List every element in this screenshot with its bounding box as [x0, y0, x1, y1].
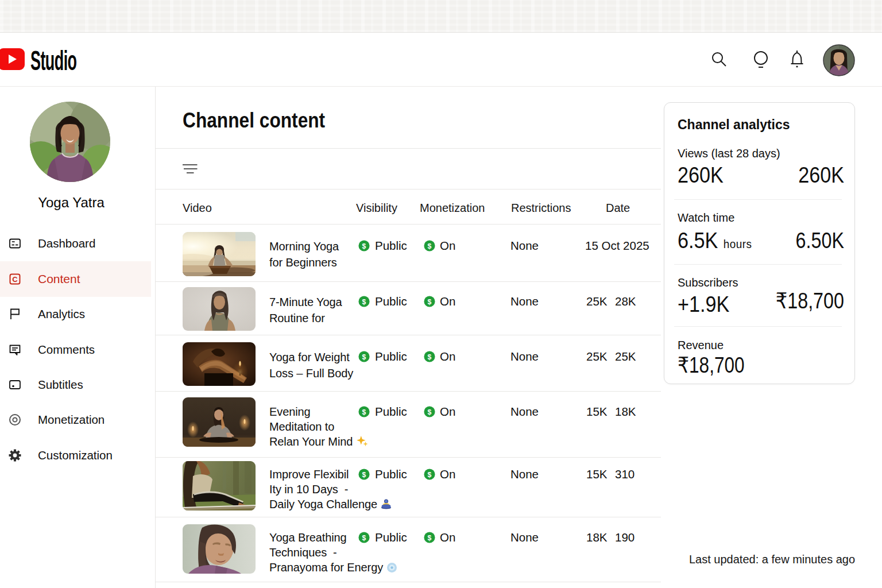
svg-text:$: $: [428, 471, 432, 479]
svg-text:$: $: [428, 298, 432, 306]
svg-text:$: $: [362, 408, 366, 416]
svg-text:$: $: [362, 471, 366, 479]
svg-text:$: $: [428, 242, 432, 250]
svg-text:$: $: [428, 534, 432, 542]
svg-text:$: $: [428, 353, 432, 361]
svg-text:$: $: [362, 242, 366, 250]
svg-text:$: $: [362, 353, 366, 361]
svg-text:$: $: [362, 534, 366, 542]
svg-text:$: $: [428, 408, 432, 416]
svg-text:$: $: [362, 298, 366, 306]
svg-text:C: C: [12, 275, 18, 284]
